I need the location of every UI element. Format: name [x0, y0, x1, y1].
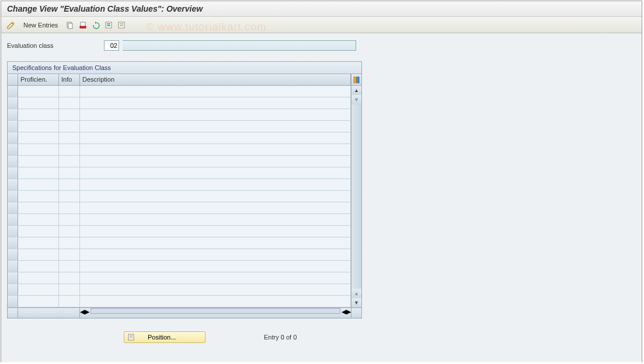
row-selector[interactable]	[8, 179, 18, 190]
cell-proficiency[interactable]	[18, 156, 59, 167]
row-selector[interactable]	[8, 97, 18, 108]
row-selector[interactable]	[8, 109, 18, 120]
cell-info[interactable]	[59, 86, 80, 97]
row-selector[interactable]	[8, 261, 18, 272]
cell-proficiency[interactable]	[18, 86, 59, 97]
cell-proficiency[interactable]	[18, 272, 59, 284]
new-entries-button[interactable]: New Entries	[19, 20, 62, 30]
cell-proficiency[interactable]	[18, 167, 59, 178]
cell-info[interactable]	[59, 191, 80, 202]
table-row[interactable]	[8, 202, 351, 214]
cell-info[interactable]	[59, 249, 80, 260]
cell-proficiency[interactable]	[18, 132, 59, 144]
cell-description[interactable]	[80, 272, 351, 284]
row-selector[interactable]	[8, 191, 18, 202]
cell-proficiency[interactable]	[18, 284, 59, 295]
col-info[interactable]: Info	[59, 74, 80, 85]
table-row[interactable]	[8, 144, 351, 156]
cell-info[interactable]	[59, 167, 80, 178]
cell-info[interactable]	[59, 284, 80, 295]
row-selector[interactable]	[8, 237, 18, 249]
row-selector[interactable]	[8, 144, 18, 155]
cell-info[interactable]	[59, 214, 80, 225]
cell-info[interactable]	[59, 237, 80, 249]
cell-description[interactable]	[80, 167, 351, 178]
row-selector[interactable]	[8, 296, 18, 307]
table-row[interactable]	[8, 132, 351, 144]
cell-info[interactable]	[59, 156, 80, 167]
horizontal-scrollbar[interactable]: ◀ ▶ ◀ ▶	[8, 307, 361, 318]
cell-info[interactable]	[59, 202, 80, 214]
row-selector[interactable]	[8, 284, 18, 295]
cell-proficiency[interactable]	[18, 109, 59, 120]
row-selector[interactable]	[8, 202, 18, 214]
table-row[interactable]	[8, 296, 351, 307]
cell-description[interactable]	[80, 237, 351, 249]
table-row[interactable]	[8, 214, 351, 226]
col-proficiency[interactable]: Proficien.	[18, 74, 59, 85]
cell-proficiency[interactable]	[18, 296, 59, 307]
scroll-up-icon[interactable]: ▲	[351, 86, 361, 95]
row-selector[interactable]	[8, 226, 18, 237]
table-row[interactable]	[8, 86, 351, 97]
undo-change-icon[interactable]	[90, 20, 101, 30]
row-selector[interactable]	[8, 132, 18, 144]
cell-info[interactable]	[59, 226, 80, 237]
table-row[interactable]	[8, 284, 351, 296]
cell-info[interactable]	[59, 97, 80, 108]
row-selector[interactable]	[8, 249, 18, 260]
row-selector[interactable]	[8, 156, 18, 167]
row-selector[interactable]	[8, 167, 18, 178]
configure-columns-icon[interactable]	[351, 74, 361, 86]
cell-description[interactable]	[80, 191, 351, 202]
deselect-all-icon[interactable]	[116, 20, 127, 30]
cell-description[interactable]	[80, 296, 351, 307]
row-selector[interactable]	[8, 121, 18, 132]
cell-info[interactable]	[59, 296, 80, 307]
scroll-left-icon[interactable]: ◀	[80, 308, 85, 318]
cell-proficiency[interactable]	[18, 237, 59, 249]
table-row[interactable]	[8, 191, 351, 202]
cell-description[interactable]	[80, 202, 351, 214]
cell-proficiency[interactable]	[18, 121, 59, 132]
cell-description[interactable]	[80, 226, 351, 237]
cell-description[interactable]	[80, 179, 351, 190]
table-row[interactable]	[8, 121, 351, 132]
cell-info[interactable]	[59, 132, 80, 144]
copy-as-icon[interactable]	[65, 20, 75, 30]
cell-description[interactable]	[80, 249, 351, 260]
cell-proficiency[interactable]	[18, 249, 59, 260]
cell-info[interactable]	[59, 179, 80, 190]
cell-proficiency[interactable]	[18, 202, 59, 214]
cell-proficiency[interactable]	[18, 191, 59, 202]
scroll-up2-icon[interactable]: ▼	[351, 95, 361, 104]
select-all-icon[interactable]	[103, 20, 114, 30]
vertical-scrollbar[interactable]: ▲ ▼ ▲ ▼	[351, 86, 361, 307]
delete-icon[interactable]	[78, 20, 88, 30]
cell-description[interactable]	[80, 144, 351, 155]
scroll-down-icon[interactable]: ▼	[351, 298, 361, 307]
table-row[interactable]	[8, 97, 351, 109]
table-row[interactable]	[8, 272, 351, 284]
cell-info[interactable]	[59, 121, 80, 132]
scroll-right2-icon[interactable]: ◀	[342, 308, 346, 318]
eval-class-input[interactable]	[104, 40, 119, 51]
table-row[interactable]	[8, 226, 351, 237]
cell-description[interactable]	[80, 261, 351, 272]
row-selector[interactable]	[8, 214, 18, 225]
toggle-display-change-icon[interactable]	[6, 20, 16, 30]
cell-proficiency[interactable]	[18, 144, 59, 155]
cell-description[interactable]	[80, 156, 351, 167]
cell-description[interactable]	[80, 109, 351, 120]
table-row[interactable]	[8, 167, 351, 179]
scroll-left2-icon[interactable]: ▶	[85, 308, 89, 318]
cell-description[interactable]	[80, 121, 351, 132]
table-row[interactable]	[8, 237, 351, 249]
row-selector[interactable]	[8, 272, 18, 284]
cell-description[interactable]	[80, 284, 351, 295]
table-row[interactable]	[8, 109, 351, 121]
table-row[interactable]	[8, 179, 351, 191]
cell-proficiency[interactable]	[18, 261, 59, 272]
cell-info[interactable]	[59, 144, 80, 155]
cell-info[interactable]	[59, 272, 80, 284]
